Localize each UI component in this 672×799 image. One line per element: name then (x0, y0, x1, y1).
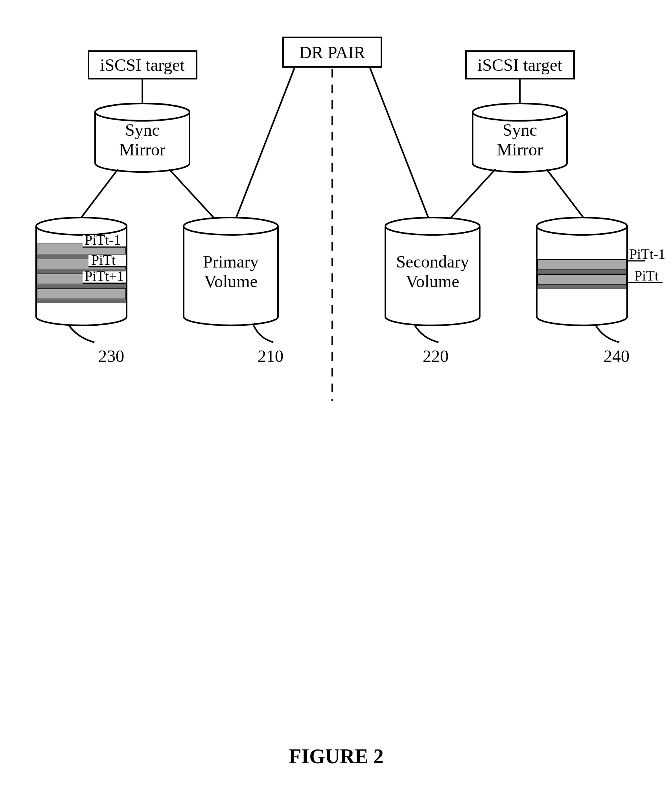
svg-rect-20 (37, 284, 126, 288)
svg-point-33 (473, 103, 567, 121)
svg-rect-42 (538, 260, 626, 270)
sync-mirror-left-line1: Sync (125, 120, 160, 140)
secondary-ref-label: 220 (423, 347, 449, 366)
primary-ref-label: 210 (258, 347, 284, 366)
drpair-to-secondary (370, 67, 429, 218)
primary-volume-line2: Volume (204, 272, 258, 291)
pit-right-ref-label: 240 (604, 347, 630, 366)
svg-rect-45 (538, 285, 626, 289)
primary-volume: Primary Volume (184, 218, 278, 325)
sync-mirror-right-line2: Mirror (497, 140, 543, 159)
iscsi-target-right: iSCSI target (466, 51, 574, 79)
svg-point-10 (184, 218, 278, 235)
iscsi-target-left-label: iSCSI target (100, 55, 185, 75)
iscsi-target-right-label: iSCSI target (477, 55, 562, 75)
iscsi-target-left: iSCSI target (88, 51, 197, 79)
pit-cylinder-left: PiTt-1 PiTt PiTt+1 (36, 218, 127, 325)
svg-rect-34 (385, 226, 480, 317)
primary-volume-line1: Primary (203, 252, 259, 271)
svg-rect-21 (37, 289, 126, 299)
figure-caption: FIGURE 2 (289, 745, 383, 768)
secondary-ref-leader (415, 325, 438, 342)
sync-to-pit-left (81, 169, 118, 218)
pit-left-label-2: PiTt (91, 252, 116, 268)
pit-right-label-1: PiTt-1 (629, 246, 665, 262)
drpair-to-primary (236, 67, 295, 218)
sync-to-primary-left (169, 169, 214, 218)
svg-rect-7 (184, 226, 278, 317)
sync-mirror-left: Sync Mirror (95, 103, 190, 172)
svg-point-37 (385, 218, 480, 235)
pit-left-label-3: PiTt+1 (85, 268, 124, 284)
secondary-volume: Secondary Volume (385, 218, 480, 325)
pit-left-label-1: PiTt-1 (85, 232, 121, 248)
primary-ref-leader (254, 325, 273, 342)
dr-pair-label: DR PAIR (299, 43, 366, 62)
sync-mirror-right: Sync Mirror (473, 103, 567, 172)
dr-pair-box: DR PAIR (283, 37, 381, 67)
pit-right-label-2: PiTt (634, 268, 659, 284)
svg-point-6 (95, 103, 190, 121)
svg-rect-22 (37, 299, 126, 303)
sync-to-pit-right (547, 169, 584, 218)
pit-cylinder-right (537, 218, 627, 325)
svg-point-41 (537, 218, 627, 235)
pit-left-ref-leader (69, 325, 94, 342)
sync-mirror-left-line2: Mirror (119, 140, 166, 159)
secondary-volume-line1: Secondary (396, 252, 469, 271)
pit-left-ref-label: 230 (98, 347, 124, 366)
pit-right-ref-leader (596, 325, 619, 342)
secondary-volume-line2: Volume (406, 272, 459, 291)
svg-rect-44 (538, 275, 626, 285)
svg-rect-43 (538, 270, 626, 274)
sync-to-secondary-right (450, 169, 495, 218)
sync-mirror-right-line1: Sync (503, 120, 537, 140)
